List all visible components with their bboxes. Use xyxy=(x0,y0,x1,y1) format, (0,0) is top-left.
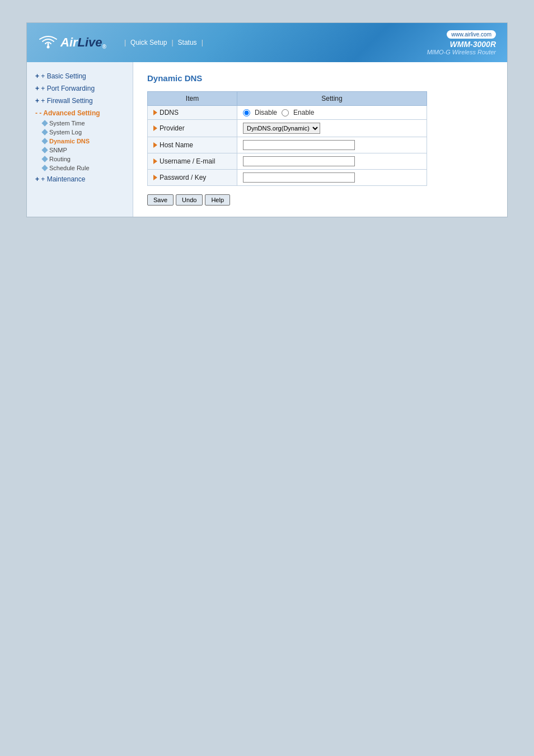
sidebar-sub-system-log[interactable]: System Log xyxy=(27,128,133,137)
diamond-icon-system-time xyxy=(41,120,48,126)
page-wrapper: Air Live ® | Quick Setup | Status | www.… xyxy=(0,0,534,756)
ddns-disable-radio[interactable] xyxy=(243,109,250,116)
password-input[interactable] xyxy=(243,172,355,183)
sidebar-section-maintenance: + Maintenance xyxy=(27,174,133,185)
nav-sep-2: | xyxy=(171,39,173,46)
header: Air Live ® | Quick Setup | Status | www.… xyxy=(27,23,507,62)
username-input[interactable] xyxy=(243,156,355,166)
sidebar-sub-label-routing: Routing xyxy=(49,156,71,162)
header-right: www.airlive.com WMM-3000R MIMO-G Wireles… xyxy=(427,30,496,55)
username-label-cell: Username / E-mail xyxy=(148,153,237,170)
settings-table: Item Setting DDNS xyxy=(147,91,427,186)
username-setting-cell xyxy=(237,153,427,170)
diamond-icon-dynamic-dns xyxy=(41,138,48,144)
hostname-label-cell: Host Name xyxy=(148,137,237,153)
table-row-hostname: Host Name xyxy=(148,137,427,153)
table-row-password: Password / Key xyxy=(148,170,427,186)
provider-select[interactable]: DynDNS.org(Dynamic) DynDNS.org(Static) N… xyxy=(243,123,320,134)
sidebar-sub-label-snmp: SNMP xyxy=(49,147,67,153)
provider-setting-cell: DynDNS.org(Dynamic) DynDNS.org(Static) N… xyxy=(237,120,427,137)
sidebar-item-maintenance[interactable]: + Maintenance xyxy=(27,174,133,185)
password-row-label: Password / Key xyxy=(153,174,231,181)
sidebar-sub-snmp[interactable]: SNMP xyxy=(27,146,133,155)
col-setting-header: Setting xyxy=(237,92,427,106)
nav-bar: | Quick Setup | Status | xyxy=(123,39,204,46)
header-product: MIMO-G Wireless Router xyxy=(427,49,496,55)
provider-arrow-icon xyxy=(153,125,157,131)
sidebar-sub-routing[interactable]: Routing xyxy=(27,155,133,164)
username-row-label: Username / E-mail xyxy=(153,157,231,165)
logo-reg-text: ® xyxy=(102,44,106,50)
sidebar-sub-label-dynamic-dns: Dynamic DNS xyxy=(49,138,90,144)
ddns-label-cell: DDNS xyxy=(148,106,237,120)
logo-live-text: Live xyxy=(78,35,102,50)
header-left: Air Live ® | Quick Setup | Status | xyxy=(38,34,204,52)
sidebar-section-advanced: - Advanced Setting System Time System Lo… xyxy=(27,108,133,172)
quick-setup-link[interactable]: Quick Setup xyxy=(127,39,170,46)
table-row-ddns: DDNS Disable Enable xyxy=(148,106,427,120)
sidebar-sub-dynamic-dns[interactable]: Dynamic DNS xyxy=(27,137,133,146)
username-label-text: Username / E-mail xyxy=(160,157,215,165)
ddns-enable-label: Enable xyxy=(293,109,314,116)
sidebar-sub-label-system-time: System Time xyxy=(49,120,85,127)
sidebar-section-firewall: + Firewall Setting xyxy=(27,95,133,106)
logo-text: Air Live ® xyxy=(60,35,106,50)
wifi-icon xyxy=(38,34,58,52)
hostname-row-label: Host Name xyxy=(153,141,231,149)
header-url: www.airlive.com xyxy=(447,30,496,39)
help-button[interactable]: Help xyxy=(205,194,230,206)
sidebar-sub-label-system-log: System Log xyxy=(49,129,82,136)
status-link[interactable]: Status xyxy=(175,39,200,46)
diamond-icon-routing xyxy=(41,156,48,162)
hostname-label-text: Host Name xyxy=(160,141,193,149)
svg-point-0 xyxy=(47,45,50,48)
sidebar-item-advanced-setting[interactable]: - Advanced Setting xyxy=(27,108,133,119)
diamond-icon-schedule-rule xyxy=(41,165,48,171)
nav-sep-3: | xyxy=(202,39,203,46)
ddns-row-label: DDNS xyxy=(153,109,231,116)
button-row: Save Undo Help xyxy=(147,194,493,206)
password-label-text: Password / Key xyxy=(160,174,206,181)
nav-sep-1: | xyxy=(124,39,126,46)
sidebar-item-basic-setting[interactable]: + Basic Setting xyxy=(27,71,133,82)
sidebar-sub-system-time[interactable]: System Time xyxy=(27,119,133,128)
undo-button[interactable]: Undo xyxy=(176,194,203,206)
sidebar-section-port: + Port Forwarding xyxy=(27,83,133,94)
ddns-disable-label: Disable xyxy=(255,109,277,116)
password-arrow-icon xyxy=(153,175,157,180)
provider-row-label: Provider xyxy=(153,124,231,132)
main-content: + Basic Setting + Port Forwarding + Fire… xyxy=(27,62,507,217)
sidebar-section-basic: + Basic Setting xyxy=(27,71,133,82)
password-label-cell: Password / Key xyxy=(148,170,237,186)
table-row-provider: Provider DynDNS.org(Dynamic) DynDNS.org(… xyxy=(148,120,427,137)
ddns-radio-group: Disable Enable xyxy=(243,109,421,116)
sidebar-sub-label-schedule-rule: Schedule Rule xyxy=(49,165,90,171)
logo-area: Air Live ® xyxy=(38,34,106,52)
provider-label-text: Provider xyxy=(160,124,185,132)
page-title: Dynamic DNS xyxy=(147,73,493,83)
header-model: WMM-3000R xyxy=(427,40,496,49)
hostname-arrow-icon xyxy=(153,142,157,148)
diamond-icon-system-log xyxy=(41,129,48,135)
sidebar-item-port-forwarding[interactable]: + Port Forwarding xyxy=(27,83,133,94)
password-setting-cell xyxy=(237,170,427,186)
provider-label-cell: Provider xyxy=(148,120,237,137)
table-row-username: Username / E-mail xyxy=(148,153,427,170)
diamond-icon-snmp xyxy=(41,147,48,153)
ddns-label-text: DDNS xyxy=(160,109,179,116)
username-arrow-icon xyxy=(153,158,157,164)
col-item-header: Item xyxy=(148,92,237,106)
router-panel: Air Live ® | Quick Setup | Status | www.… xyxy=(26,22,508,217)
ddns-enable-radio[interactable] xyxy=(282,109,289,116)
content-area: Dynamic DNS Item Setting xyxy=(133,62,507,217)
save-button[interactable]: Save xyxy=(147,194,174,206)
ddns-setting-cell: Disable Enable xyxy=(237,106,427,120)
ddns-arrow-icon xyxy=(153,110,157,115)
hostname-setting-cell xyxy=(237,137,427,153)
hostname-input[interactable] xyxy=(243,140,355,150)
logo-air-text: Air xyxy=(60,35,78,50)
sidebar-sub-schedule-rule[interactable]: Schedule Rule xyxy=(27,164,133,172)
sidebar: + Basic Setting + Port Forwarding + Fire… xyxy=(27,62,133,217)
sidebar-item-firewall-setting[interactable]: + Firewall Setting xyxy=(27,95,133,106)
